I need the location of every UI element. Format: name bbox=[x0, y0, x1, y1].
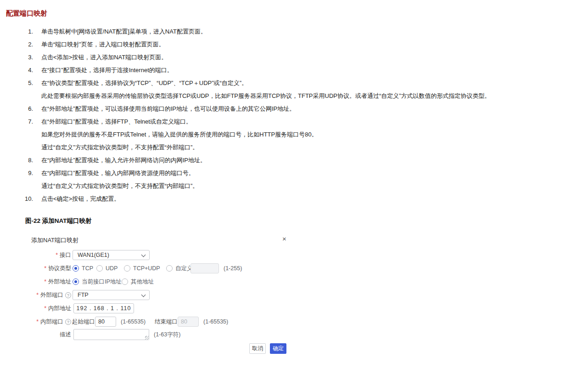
radio-checked-icon bbox=[73, 265, 79, 272]
radio-label: 自定义 bbox=[175, 265, 193, 272]
step-text: 在“外部端口”配置项处，选择FTP、Telnet或自定义端口。 bbox=[41, 115, 569, 128]
step-text: 在“接口”配置项处，选择用于连接Internet的端口。 bbox=[41, 64, 569, 77]
step-line: 9.在“内部端口”配置项处，输入内部网络资源使用的端口号。 bbox=[0, 167, 569, 180]
radio-protocol-custom[interactable]: 自定义 bbox=[166, 263, 193, 273]
description-length-hint: (1-63字符) bbox=[154, 329, 180, 340]
step-text: 如果您对外提供的服务不是FTP或Telnet，请输入提供的服务所使用的端口号，比… bbox=[41, 128, 569, 141]
internal-address-input[interactable]: 192 . 168 . 1 . 110 bbox=[73, 303, 134, 313]
step-line: 10.点击<确定>按钮，完成配置。 bbox=[0, 193, 569, 205]
protocol-label-text: 协议类型 bbox=[48, 265, 71, 272]
step-line: 2.单击“端口映射”页签，进入端口映射配置页面。 bbox=[0, 38, 569, 51]
step-text: 在“外部地址”配置项处，可以选择使用当前端口的IP地址，也可以使用设备上的其它公… bbox=[41, 102, 569, 115]
figure-caption: 图-22 添加NAT端口映射 bbox=[25, 217, 92, 225]
description-label: 描述 bbox=[25, 329, 71, 340]
step-text: 通过“自定义”方式指定协议类型时，不支持配置“外部端口”。 bbox=[41, 141, 569, 154]
external-port-select-value: FTP bbox=[78, 292, 89, 298]
interface-label: * 接口 bbox=[25, 250, 71, 260]
step-text: 通过“自定义”方式指定协议类型时，不支持配置“内部端口”。 bbox=[41, 180, 569, 193]
help-icon[interactable]: ? bbox=[65, 292, 71, 298]
step-text: 单击“端口映射”页签，进入端口映射配置页面。 bbox=[41, 38, 569, 51]
description-textarea[interactable] bbox=[73, 329, 149, 340]
step-text: 在“内部地址”配置项处，输入允许外部网络访问的内网IP地址。 bbox=[41, 154, 569, 167]
radio-protocol-tcpudp[interactable]: TCP+UDP bbox=[124, 263, 160, 273]
required-asterisk: * bbox=[44, 265, 46, 272]
radio-label: UDP bbox=[106, 265, 118, 272]
step-text: 此处需要根据内部服务器采用的传输层协议类型选择TCP或UDP，比如FTP服务器采… bbox=[41, 90, 569, 102]
internal-port-label: * 内部端口 ? bbox=[25, 317, 71, 327]
help-icon[interactable]: ? bbox=[65, 319, 71, 325]
step-line: 7.在“外部端口”配置项处，选择FTP、Telnet或自定义端口。 bbox=[0, 115, 569, 128]
steps-list: 1.单击导航树中[网络设置/NAT配置]菜单项，进入NAT配置页面。 2.单击“… bbox=[0, 25, 569, 205]
radio-current-interface-ip[interactable]: 当前接口IP地址 bbox=[73, 277, 122, 287]
step-text: 点击<添加>按钮，进入添加NAT端口映射页面。 bbox=[41, 51, 569, 64]
external-port-select[interactable]: FTP bbox=[73, 290, 150, 300]
radio-other-address[interactable]: 其他地址 bbox=[122, 277, 154, 287]
radio-label: TCP bbox=[82, 265, 93, 272]
document-page: 配置端口映射 1.单击导航树中[网络设置/NAT配置]菜单项，进入NAT配置页面… bbox=[0, 0, 588, 369]
internal-port-row: * 内部端口 ? 起始端口号 (1-65535) 结束端口号 (1-65535) bbox=[25, 317, 292, 327]
step-number: 9. bbox=[0, 167, 33, 180]
step-note: 此处需要根据内部服务器采用的传输层协议类型选择TCP或UDP，比如FTP服务器采… bbox=[0, 90, 569, 102]
ok-button[interactable]: 确定 bbox=[270, 343, 286, 354]
step-text: 在“协议类型”配置项处，选择协议为“TCP”、“UDP”、“TCP＋UDP”或“… bbox=[41, 77, 569, 90]
step-line: 1.单击导航树中[网络设置/NAT配置]菜单项，进入NAT配置页面。 bbox=[0, 25, 569, 38]
step-line: 8.在“内部地址”配置项处，输入允许外部网络访问的内网IP地址。 bbox=[0, 154, 569, 167]
step-text: 单击导航树中[网络设置/NAT配置]菜单项，进入NAT配置页面。 bbox=[41, 25, 569, 38]
resize-handle-icon[interactable] bbox=[145, 336, 149, 340]
step-line: 3.点击<添加>按钮，进入添加NAT端口映射页面。 bbox=[0, 51, 569, 64]
end-port-range-hint: (1-65535) bbox=[203, 317, 228, 327]
custom-protocol-input[interactable] bbox=[190, 263, 219, 273]
close-icon[interactable]: × bbox=[282, 235, 286, 243]
step-line: 6.在“外部地址”配置项处，可以选择使用当前端口的IP地址，也可以使用设备上的其… bbox=[0, 102, 569, 115]
step-line: 5.在“协议类型”配置项处，选择协议为“TCP”、“UDP”、“TCP＋UDP”… bbox=[0, 77, 569, 90]
radio-checked-icon bbox=[73, 278, 79, 285]
cancel-button[interactable]: 取消 bbox=[249, 343, 266, 354]
internal-address-label-text: 内部地址 bbox=[48, 305, 71, 312]
end-port-input[interactable] bbox=[178, 317, 199, 327]
internal-address-value: 192 . 168 . 1 . 110 bbox=[77, 305, 131, 312]
required-asterisk: * bbox=[36, 292, 39, 298]
required-asterisk: * bbox=[44, 278, 46, 285]
step-note: 通过“自定义”方式指定协议类型时，不支持配置“外部端口”。 bbox=[0, 141, 569, 154]
external-port-label: * 外部端口 ? bbox=[25, 290, 71, 300]
radio-protocol-udp[interactable]: UDP bbox=[96, 263, 118, 273]
step-text: 点击<确定>按钮，完成配置。 bbox=[41, 193, 569, 205]
required-asterisk: * bbox=[56, 252, 58, 258]
start-port-input[interactable] bbox=[95, 317, 116, 327]
description-row: 描述 (1-63字符) bbox=[25, 329, 292, 340]
step-number: 8. bbox=[0, 154, 33, 167]
start-port-range-hint: (1-65535) bbox=[121, 317, 146, 327]
protocol-row: * 协议类型 TCP UDP TCP+UDP 自定义 (1-255) bbox=[25, 263, 292, 273]
interface-select[interactable]: WAN1(GE1) bbox=[73, 250, 150, 260]
step-number: 1. bbox=[0, 25, 33, 38]
radio-protocol-tcp[interactable]: TCP bbox=[73, 263, 93, 273]
internal-port-label-text: 内部端口 bbox=[40, 318, 63, 326]
chevron-down-icon bbox=[141, 253, 146, 257]
step-number: 6. bbox=[0, 102, 33, 115]
radio-label: TCP+UDP bbox=[133, 265, 160, 272]
required-asterisk: * bbox=[36, 318, 39, 325]
step-number: 10. bbox=[0, 193, 33, 205]
protocol-label: * 协议类型 bbox=[25, 263, 71, 273]
radio-unchecked-icon bbox=[96, 265, 103, 272]
add-nat-port-mapping-dialog: 添加NAT端口映射 × * 接口 WAN1(GE1) * 协议类型 TCP bbox=[25, 232, 292, 365]
radio-label: 其他地址 bbox=[131, 278, 154, 286]
custom-protocol-range-hint: (1-255) bbox=[224, 263, 242, 273]
chevron-down-icon bbox=[141, 293, 146, 297]
dialog-title: 添加NAT端口映射 bbox=[31, 236, 78, 244]
external-port-row: * 外部端口 ? FTP bbox=[25, 290, 292, 300]
external-address-label: * 外部地址 bbox=[25, 277, 71, 287]
description-label-text: 描述 bbox=[60, 331, 71, 339]
interface-label-text: 接口 bbox=[60, 251, 71, 259]
dialog-footer: 取消 确定 bbox=[25, 343, 292, 354]
external-port-label-text: 外部端口 bbox=[40, 291, 63, 299]
step-number: 2. bbox=[0, 38, 33, 51]
step-number: 4. bbox=[0, 64, 33, 77]
step-number: 7. bbox=[0, 115, 33, 128]
step-line: 4.在“接口”配置项处，选择用于连接Internet的端口。 bbox=[0, 64, 569, 77]
internal-address-label: * 内部地址 bbox=[25, 303, 71, 313]
step-note: 如果您对外提供的服务不是FTP或Telnet，请输入提供的服务所使用的端口号，比… bbox=[0, 128, 569, 141]
external-address-row: * 外部地址 当前接口IP地址 其他地址 bbox=[25, 277, 292, 287]
interface-select-value: WAN1(GE1) bbox=[78, 252, 109, 258]
required-asterisk: * bbox=[44, 305, 46, 312]
